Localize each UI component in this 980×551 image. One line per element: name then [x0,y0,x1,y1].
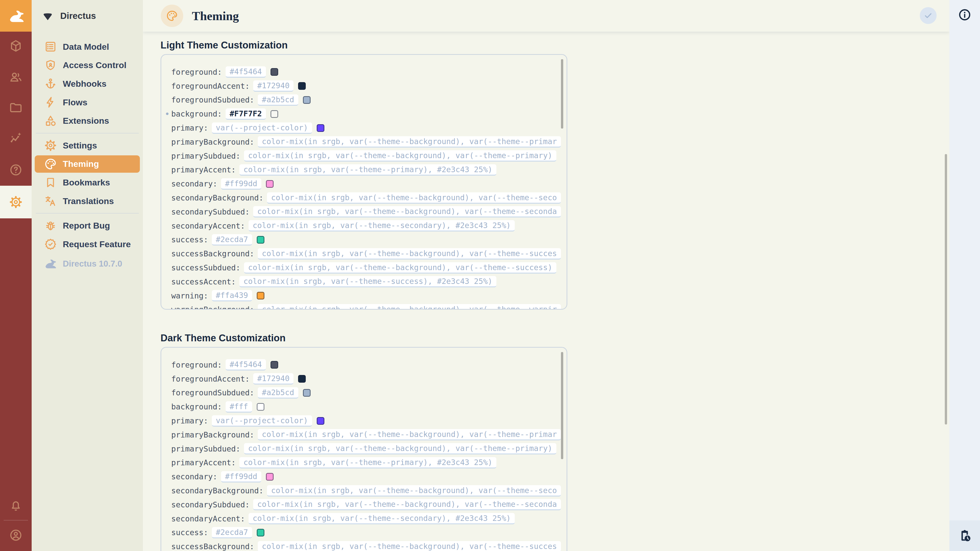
module-button-cube[interactable] [0,33,32,59]
info-button[interactable] [958,8,971,21]
sidebar-item-extensions[interactable]: Extensions [35,112,140,130]
block-scrollbar[interactable] [561,59,563,129]
rule-value-input[interactable]: color-mix(in srgb, var(--theme--backgrou… [244,262,556,273]
save-button[interactable] [920,7,937,24]
rule-value-input[interactable]: color-mix(in srgb, var(--theme--backgrou… [253,499,561,510]
theme-rule-row: secondary:#ff99dd [171,470,566,484]
color-swatch[interactable] [298,375,306,383]
rule-key: secondary: [171,179,218,188]
rule-key: secondarySubdued: [171,500,250,509]
rule-value-input[interactable]: #2ecda7 [212,234,252,245]
sidebar-item-theming[interactable]: Theming [35,156,140,173]
rule-value-input[interactable]: var(--project-color) [212,415,312,427]
rule-value-input[interactable]: #ff99dd [221,471,261,483]
module-button-bell[interactable] [0,492,32,518]
color-swatch[interactable] [317,417,325,425]
rule-value-input[interactable]: color-mix(in srgb, var(--theme--primary)… [239,164,496,176]
module-button-settings[interactable] [0,186,32,218]
module-button-help[interactable] [0,157,32,183]
palette-icon [44,158,57,170]
rule-value-input[interactable]: color-mix(in srgb, var(--theme--success)… [239,276,496,287]
module-button-users[interactable] [0,64,32,90]
rule-value-input[interactable]: color-mix(in srgb, var(--theme--backgrou… [244,443,556,454]
color-swatch[interactable] [303,96,310,104]
color-swatch[interactable] [266,180,274,188]
color-swatch[interactable] [270,361,278,368]
theme-rule-row: primarySubdued:color-mix(in srgb, var(--… [171,149,566,163]
theme-rule-row: secondaryAccent:color-mix(in srgb, var(-… [171,512,566,526]
color-swatch[interactable] [270,110,278,118]
rule-value-input[interactable]: #4f5464 [226,359,266,370]
color-swatch[interactable] [257,292,264,300]
theme-rule-row: warning:#ffa439 [171,289,566,303]
sidebar-item-data-model[interactable]: Data Model [35,38,140,56]
revisions-button[interactable] [950,520,980,551]
module-button-account[interactable] [0,522,32,548]
sidebar-item-translations[interactable]: Translations [35,192,140,210]
theme-rule-row: secondarySubdued:color-mix(in srgb, var(… [171,205,566,219]
rule-key: primaryBackground: [171,138,254,146]
rule-value-input[interactable]: color-mix(in srgb, var(--theme--secondar… [248,220,515,231]
rule-value-input[interactable]: var(--project-color) [212,122,312,134]
rule-value-input[interactable]: color-mix(in srgb, var(--theme--backgrou… [267,192,561,203]
rule-value-input[interactable]: color-mix(in srgb, var(--theme--backgrou… [258,429,561,440]
rule-value-input[interactable]: #fff [226,401,252,413]
sidebar-item-bookmarks[interactable]: Bookmarks [35,174,140,191]
rule-value-input[interactable]: #ffa439 [212,290,252,301]
main-scrollbar[interactable] [945,154,947,424]
sidebar-item-settings[interactable]: Settings [35,137,140,154]
color-swatch[interactable] [257,403,264,411]
sidebar-item-webhooks[interactable]: Webhooks [35,75,140,93]
help-icon [9,163,23,177]
category-icon [44,114,57,127]
rule-value-input[interactable]: #a2b5cd [258,94,298,106]
rabbit-icon [6,6,26,26]
modified-dot: • [165,109,170,119]
color-swatch[interactable] [257,529,264,537]
rule-value-input[interactable]: color-mix(in srgb, var(--theme--secondar… [248,513,515,524]
rule-value-input[interactable]: #ff99dd [221,178,261,189]
rule-key: foregroundSubdued: [171,388,254,397]
rule-value-input[interactable]: color-mix(in srgb, var(--theme--backgrou… [253,206,561,218]
rule-value-input[interactable]: color-mix(in srgb, var(--theme--backgrou… [267,485,561,496]
rule-value-input[interactable]: color-mix(in srgb, var(--theme--backgrou… [258,136,561,148]
sidebar-item-label: Flows [35,97,87,107]
color-swatch[interactable] [298,82,306,90]
theme-editor-dark[interactable]: foreground:#4f5464foregroundAccent:#1729… [161,347,567,551]
directus-logo[interactable] [0,0,32,32]
rule-value-input[interactable]: #F7F7F2 [226,108,266,120]
rule-value-input[interactable]: #2ecda7 [212,527,252,538]
rule-value-input[interactable]: color-mix(in srgb, var(--theme--backgrou… [258,304,561,310]
rule-value-input[interactable]: color-mix(in srgb, var(--theme--primary)… [239,457,496,468]
theme-rule-row: success:#2ecda7 [171,526,566,540]
module-button-insights[interactable] [0,125,32,151]
rule-key: foregroundAccent: [171,82,250,91]
theme-editor-light[interactable]: foreground:#4f5464foregroundAccent:#1729… [161,54,567,310]
sidebar-rail [950,0,980,551]
rule-value-input[interactable]: #172940 [253,80,293,92]
rule-value-input[interactable]: color-mix(in srgb, var(--theme--backgrou… [258,541,561,551]
project-switcher[interactable]: Directus [32,0,143,32]
rule-key: successSubdued: [171,263,240,272]
gem-icon [42,10,54,22]
color-swatch[interactable] [303,389,310,397]
sidebar-item-request-feature[interactable]: Request Feature [35,235,140,253]
color-swatch[interactable] [266,473,274,481]
rule-value-input[interactable]: #4f5464 [226,66,266,78]
color-swatch[interactable] [270,68,278,76]
rule-value-input[interactable]: color-mix(in srgb, var(--theme--backgrou… [258,248,561,259]
module-button-folder[interactable] [0,94,32,121]
sidebar-item-report-bug[interactable]: Report Bug [35,217,140,234]
theme-rule-row: secondaryBackground:color-mix(in srgb, v… [171,484,566,498]
info-icon [958,8,971,21]
color-swatch[interactable] [257,236,264,244]
rule-value-input[interactable]: color-mix(in srgb, var(--theme--backgrou… [244,150,556,162]
main-content: Theming Light Theme Customizationforegro… [143,0,950,551]
theme-rule-row: primary:var(--project-color) [171,121,566,135]
sidebar-item-access-control[interactable]: Access Control [35,57,140,74]
color-swatch[interactable] [317,124,325,132]
block-scrollbar[interactable] [561,352,563,459]
rule-value-input[interactable]: #a2b5cd [258,387,298,399]
rule-value-input[interactable]: #172940 [253,373,293,384]
sidebar-item-flows[interactable]: Flows [35,94,140,111]
